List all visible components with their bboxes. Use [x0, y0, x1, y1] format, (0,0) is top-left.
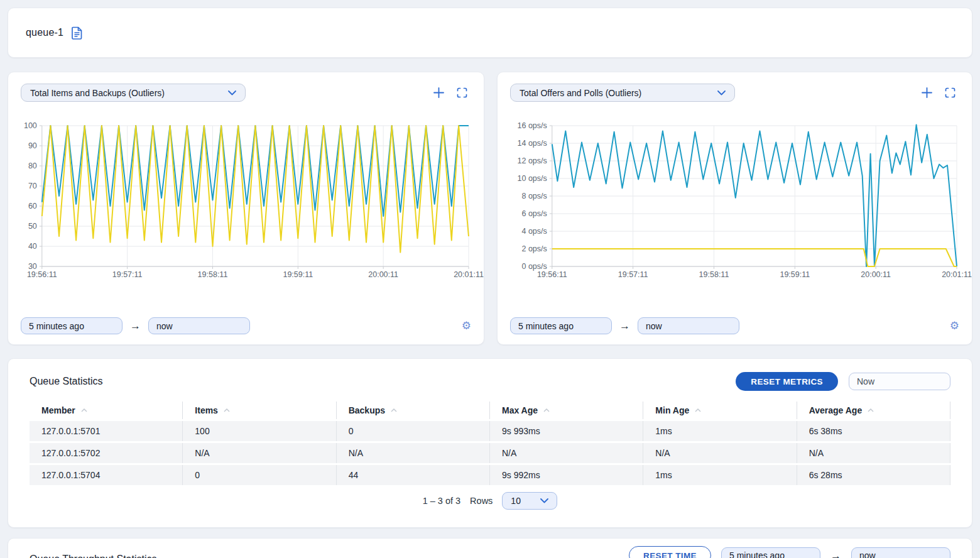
svg-text:19:58:11: 19:58:11	[699, 270, 729, 279]
svg-text:19:56:11: 19:56:11	[27, 270, 57, 279]
column-header-min-age[interactable]: Min Age	[643, 402, 797, 419]
table-row[interactable]: 127.0.0.1:5701 100 0 9s 993ms 1ms 6s 38m…	[30, 421, 950, 441]
document-icon[interactable]	[71, 26, 83, 40]
pagination-range: 1 – 3 of 3	[423, 496, 460, 506]
add-chart-icon[interactable]	[922, 87, 932, 98]
svg-text:4 ops/s: 4 ops/s	[521, 227, 547, 236]
cell-average-age: 6s 38ms	[797, 421, 950, 441]
sort-asc-icon	[81, 408, 87, 412]
metric-selector[interactable]: Total Items and Backups (Outliers)	[21, 84, 246, 102]
svg-text:16 ops/s: 16 ops/s	[518, 121, 547, 130]
cell-average-age: N/A	[797, 443, 950, 463]
svg-text:20:00:11: 20:00:11	[368, 270, 398, 279]
cell-backups: 0	[337, 421, 490, 441]
metric-selector-label: Total Offers and Polls (Outliers)	[520, 88, 641, 98]
time-from-input[interactable]: 5 minutes ago	[21, 317, 122, 334]
rows-per-page-select[interactable]: 10	[502, 492, 557, 510]
settings-gear-icon[interactable]: ⚙	[950, 320, 959, 331]
reset-time-button[interactable]: RESET TIME	[629, 546, 711, 558]
svg-text:19:56:11: 19:56:11	[537, 270, 567, 279]
svg-text:20:01:11: 20:01:11	[454, 270, 484, 279]
fullscreen-icon[interactable]	[945, 87, 956, 98]
column-header-backups[interactable]: Backups	[337, 402, 490, 419]
time-to-input[interactable]: now	[851, 547, 950, 558]
svg-text:50: 50	[28, 222, 37, 231]
cell-max-age: N/A	[490, 443, 643, 463]
svg-text:10 ops/s: 10 ops/s	[518, 174, 547, 183]
cell-max-age: 9s 992ms	[490, 465, 643, 485]
range-arrow-icon: →	[830, 550, 841, 558]
queue-throughput-title: Queue Throughput Statistics	[30, 554, 157, 558]
sort-asc-icon	[391, 408, 397, 412]
cell-backups: N/A	[337, 443, 490, 463]
offers-polls-chart[interactable]: 0 ops/s2 ops/s4 ops/s6 ops/s8 ops/s10 op…	[510, 122, 959, 280]
cell-member: 127.0.0.1:5704	[30, 465, 183, 485]
cell-average-age: 6s 28ms	[797, 465, 950, 485]
chevron-down-icon	[228, 90, 236, 96]
cell-min-age: N/A	[643, 443, 797, 463]
svg-text:2 ops/s: 2 ops/s	[521, 244, 547, 253]
svg-text:19:59:11: 19:59:11	[780, 270, 810, 279]
svg-text:20:00:11: 20:00:11	[861, 270, 891, 279]
table-row[interactable]: 127.0.0.1:5702 N/A N/A N/A N/A N/A	[30, 443, 950, 463]
items-backups-chart-card: Total Items and Backups (Outliers) 30405…	[8, 72, 484, 345]
svg-text:6 ops/s: 6 ops/s	[521, 209, 547, 218]
cell-max-age: 9s 993ms	[490, 421, 643, 441]
items-backups-chart[interactable]: 3040506070809010019:56:1119:57:1119:58:1…	[21, 122, 471, 280]
sort-asc-icon	[695, 408, 701, 412]
chevron-down-icon	[540, 498, 548, 503]
queue-statistics-card: Queue Statistics RESET METRICS Now Membe…	[8, 358, 972, 528]
svg-text:40: 40	[28, 242, 37, 251]
fullscreen-icon[interactable]	[457, 87, 467, 98]
svg-text:8 ops/s: 8 ops/s	[521, 192, 547, 200]
cell-items: 0	[183, 465, 336, 485]
column-header-member[interactable]: Member	[30, 402, 183, 419]
svg-text:19:57:11: 19:57:11	[618, 270, 648, 279]
page-title: queue-1	[26, 27, 63, 38]
settings-gear-icon[interactable]: ⚙	[462, 320, 471, 331]
sort-asc-icon	[543, 408, 550, 412]
cell-backups: 44	[337, 465, 490, 485]
time-to-input[interactable]: now	[638, 317, 739, 334]
stats-time-input[interactable]: Now	[849, 373, 950, 390]
cell-member: 127.0.0.1:5702	[30, 443, 183, 463]
rows-per-page-label: Rows	[470, 496, 493, 506]
reset-metrics-button[interactable]: RESET METRICS	[736, 372, 838, 391]
table-row[interactable]: 127.0.0.1:5704 0 44 9s 992ms 1ms 6s 28ms	[30, 465, 950, 485]
queue-header-card: queue-1	[8, 8, 972, 58]
chevron-down-icon	[717, 90, 726, 96]
cell-min-age: 1ms	[643, 465, 797, 485]
sort-asc-icon	[868, 408, 874, 412]
column-header-max-age[interactable]: Max Age	[490, 402, 643, 419]
queue-throughput-card: Queue Throughput Statistics RESET TIME 5…	[8, 538, 972, 558]
range-arrow-icon: →	[619, 320, 630, 331]
time-from-input[interactable]: 5 minutes ago	[721, 547, 820, 558]
svg-text:20:01:11: 20:01:11	[942, 270, 972, 279]
svg-text:70: 70	[28, 182, 37, 190]
svg-text:14 ops/s: 14 ops/s	[518, 139, 547, 148]
cell-member: 127.0.0.1:5701	[30, 421, 183, 441]
offers-polls-chart-card: Total Offers and Polls (Outliers) 0 ops/…	[497, 72, 972, 345]
time-from-input[interactable]: 5 minutes ago	[510, 317, 612, 334]
cell-min-age: 1ms	[643, 421, 797, 441]
cell-items: N/A	[183, 443, 336, 463]
metric-selector[interactable]: Total Offers and Polls (Outliers)	[510, 84, 735, 102]
svg-text:80: 80	[28, 161, 37, 170]
cell-items: 100	[183, 421, 336, 441]
add-chart-icon[interactable]	[433, 87, 444, 98]
table-header: Member Items Backups Max Age Min Age Ave…	[30, 402, 950, 419]
svg-text:12 ops/s: 12 ops/s	[518, 156, 547, 165]
svg-text:19:58:11: 19:58:11	[198, 270, 228, 279]
svg-text:90: 90	[28, 141, 37, 150]
range-arrow-icon: →	[130, 320, 141, 331]
svg-text:0 ops/s: 0 ops/s	[521, 262, 547, 271]
time-to-input[interactable]: now	[148, 317, 250, 334]
column-header-average-age[interactable]: Average Age	[797, 402, 950, 419]
svg-text:19:59:11: 19:59:11	[283, 270, 313, 279]
svg-text:30: 30	[28, 262, 37, 271]
svg-text:19:57:11: 19:57:11	[112, 270, 143, 279]
column-header-items[interactable]: Items	[183, 402, 336, 419]
svg-text:100: 100	[24, 121, 37, 130]
metric-selector-label: Total Items and Backups (Outliers)	[30, 88, 165, 98]
svg-text:60: 60	[28, 202, 37, 211]
